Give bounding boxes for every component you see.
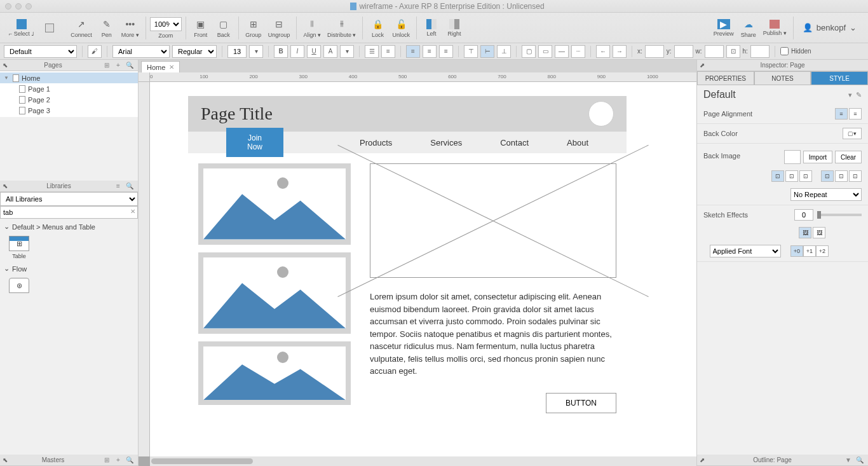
hidden-checkbox[interactable] (780, 47, 789, 55)
tab-home[interactable]: Home✕ (141, 61, 180, 72)
wf-cta-button[interactable]: Join Now (226, 128, 283, 157)
spacing-0[interactable]: +0 (790, 245, 803, 257)
style-dropdown-icon[interactable]: ▾ (848, 91, 852, 99)
tab-properties[interactable]: PROPERTIES (697, 71, 754, 85)
pen-tool[interactable]: ✎Pen (96, 15, 118, 41)
wf-nav[interactable]: Join Now Products Services Contact About (188, 132, 627, 153)
minimize-window[interactable] (15, 3, 22, 10)
user-menu[interactable]: 👤 benkopf ⌄ (797, 20, 862, 35)
align-center[interactable]: ≡ (423, 45, 437, 58)
y-input[interactable] (674, 45, 693, 58)
more-tools[interactable]: •••More ▾ (119, 15, 142, 41)
canvas[interactable]: Page Title Join Now Products Services Co… (150, 82, 696, 456)
tab-style[interactable]: STYLE (811, 71, 868, 85)
close-window[interactable] (5, 3, 11, 10)
align-button[interactable]: ⫴Align ▾ (301, 15, 323, 41)
page-item[interactable]: Page 1 (0, 83, 138, 94)
group-button[interactable]: ⊞Group (243, 15, 264, 41)
w-input[interactable] (705, 45, 724, 58)
collapse-icon[interactable]: ⬈ (700, 456, 705, 463)
search-pages-icon[interactable]: 🔍 (125, 61, 134, 70)
align-left-btn[interactable]: ≡ (835, 108, 848, 120)
lib-section-flow[interactable]: ⌄Flow (4, 263, 134, 274)
publish-button[interactable]: Publish ▾ (761, 15, 789, 41)
search-masters-icon[interactable]: 🔍 (125, 456, 134, 465)
scrollbar-horizontal[interactable] (150, 456, 696, 466)
library-search[interactable] (0, 206, 138, 219)
preview-button[interactable]: ▶Preview (711, 15, 736, 41)
paint-format[interactable]: 🖌 (88, 45, 102, 58)
wf-nav-services[interactable]: Services (430, 138, 462, 147)
share-button[interactable]: ☁Share (738, 15, 759, 41)
clear-search-icon[interactable]: ✕ (130, 208, 135, 215)
more-text[interactable]: ▾ (340, 45, 354, 58)
unlock-button[interactable]: 🔓Unlock (390, 15, 412, 41)
image-swatch[interactable] (784, 150, 801, 164)
valign-middle[interactable]: ⊢ (480, 45, 494, 58)
wf-image-card[interactable] (198, 163, 351, 245)
font-size[interactable] (227, 45, 247, 58)
line-spacing[interactable]: ≡ (381, 45, 395, 58)
wf-header[interactable]: Page Title (188, 96, 627, 132)
dock-left[interactable]: Left (421, 15, 442, 41)
x-input[interactable] (645, 45, 664, 58)
lib-item-table[interactable]: ⊞Table (4, 236, 34, 259)
search-outline-icon[interactable]: 🔍 (855, 456, 864, 465)
wf-avatar[interactable] (588, 101, 614, 127)
underline-button[interactable]: U (307, 45, 321, 58)
spacing-1[interactable]: +1 (803, 245, 816, 257)
filter-icon[interactable]: ▼ (844, 456, 853, 465)
send-back[interactable]: ▢Back (213, 15, 234, 41)
ungroup-button[interactable]: ⊟Ungroup (266, 15, 293, 41)
border-style[interactable]: ┈ (571, 45, 585, 58)
font-select[interactable]: Arial (112, 45, 170, 58)
zoom-select[interactable]: 100% (150, 17, 182, 31)
collapse-icon[interactable]: ⬉ (3, 62, 8, 69)
lock-button[interactable]: 🔒Lock (367, 15, 388, 41)
line-start[interactable]: ← (596, 45, 610, 58)
clear-button[interactable]: Clear (835, 151, 862, 163)
lib-menu-icon[interactable]: ≡ (114, 182, 123, 191)
applied-font-select[interactable]: Applied Font (710, 245, 781, 257)
select-tool[interactable]: ⌐ Select ˩ (6, 15, 36, 41)
wf-nav-about[interactable]: About (567, 138, 588, 147)
add-page-icon[interactable]: + (114, 61, 123, 70)
style-edit-icon[interactable]: ✎ (856, 91, 862, 99)
collapse-icon[interactable]: ⬉ (3, 456, 8, 463)
sketch-value[interactable] (794, 209, 813, 221)
img-valign-3[interactable]: ⊡ (849, 170, 862, 182)
repeat-select[interactable]: No Repeat (790, 188, 862, 201)
tab-notes[interactable]: NOTES (754, 71, 811, 85)
valign-top[interactable]: ⊤ (464, 45, 478, 58)
italic-button[interactable]: I (290, 45, 304, 58)
border-color[interactable]: ▭ (538, 45, 552, 58)
back-color-swatch[interactable]: ▢▾ (843, 128, 862, 139)
bullets[interactable]: ☰ (365, 45, 379, 58)
wf-placeholder[interactable] (370, 163, 616, 278)
import-button[interactable]: Import (803, 151, 832, 163)
wf-button[interactable]: BUTTON (546, 393, 616, 413)
page-item-home[interactable]: ▼Home (0, 72, 138, 83)
wf-image-card[interactable] (198, 252, 351, 334)
align-right[interactable]: ≡ (439, 45, 453, 58)
select-contained-tool[interactable] (39, 15, 60, 41)
shape-style-select[interactable]: Default (4, 45, 77, 58)
img-valign-2[interactable]: ⊡ (835, 170, 848, 182)
maximize-window[interactable] (25, 3, 32, 10)
h-input[interactable] (750, 45, 770, 58)
size-stepper[interactable]: ▾ (249, 45, 263, 58)
collapse-icon[interactable]: ⬉ (3, 182, 8, 189)
line-end[interactable]: → (613, 45, 627, 58)
add-master-icon[interactable]: + (114, 456, 123, 465)
connect-tool[interactable]: ↗Connect (68, 15, 95, 41)
wf-image-card[interactable] (198, 341, 351, 405)
weight-select[interactable]: Regular (172, 45, 217, 58)
wireframe-design[interactable]: Page Title Join Now Products Services Co… (188, 96, 627, 423)
lib-section-default[interactable]: ⌄Default > Menus and Table (4, 221, 134, 232)
lock-aspect[interactable]: ⊡ (726, 45, 740, 58)
wf-nav-contact[interactable]: Contact (500, 138, 529, 147)
spacing-2[interactable]: +2 (816, 245, 829, 257)
ruler-vertical[interactable] (139, 82, 150, 456)
fill-color[interactable]: ▢ (522, 45, 536, 58)
img-align-3[interactable]: ⊡ (799, 170, 812, 182)
